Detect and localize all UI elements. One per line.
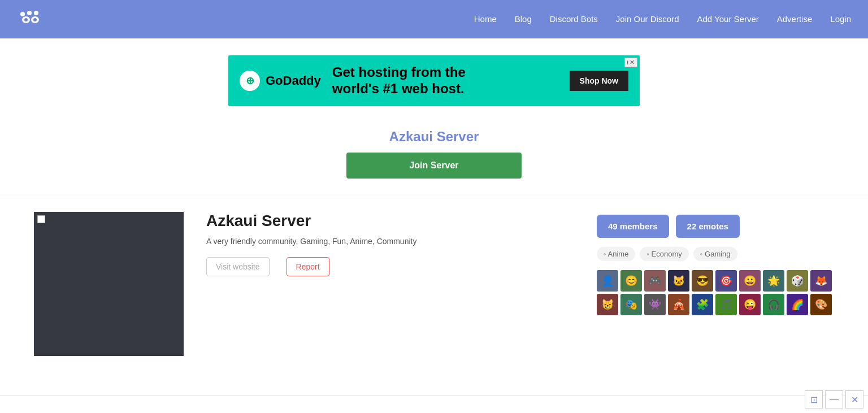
member-avatar-4: 🐱 [668,270,689,292]
member-avatar-8: 🌟 [763,270,784,292]
nav-item-discord-bots[interactable]: Discord Bots [550,14,598,24]
tags-container: AnimeEconomyGaming [597,247,834,261]
member-avatar-1: 👤 [597,270,618,292]
member-avatar-7: 😀 [739,270,761,292]
ad-headline-line1: Get hosting from the [332,64,466,80]
section-divider-top [0,198,868,198]
nav-item-home[interactable]: Home [474,14,497,24]
join-server-button[interactable]: Join Server [346,153,522,179]
svg-point-6 [33,18,37,21]
member-avatar-11: 😸 [597,294,618,315]
section-divider-bottom [0,395,868,396]
main-nav: HomeBlogDiscord BotsJoin Our DiscordAdd … [474,14,851,24]
member-avatars-container: 👤😊🎮🐱😎🎯😀🌟🎲🦊😸🎭👾🎪🧩🎵😜🎧🌈🎨 [597,270,834,315]
member-avatar-19: 🌈 [787,294,808,315]
member-avatar-18: 🎧 [763,294,784,315]
widget-expand-icon[interactable]: ⊡ [805,390,823,396]
svg-point-2 [20,12,25,16]
report-button[interactable]: Report [287,257,329,276]
svg-point-3 [27,11,32,15]
server-hero-title: Azkaui Server [0,129,868,145]
ad-headline-line2: world's #1 web host. [332,81,465,96]
member-avatar-3: 🎮 [644,270,666,292]
server-detail-section: Azkaui Server A very friendly community,… [0,212,868,379]
ad-banner: i✕ ⊕ GoDaddy Get hosting from the world'… [228,55,640,106]
member-avatar-5: 😎 [692,270,713,292]
member-avatar-14: 🎪 [668,294,689,315]
widget-minimize-icon[interactable]: — [825,390,843,396]
logo[interactable] [17,8,44,30]
nav-item-add-your-server[interactable]: Add Your Server [697,14,759,24]
server-description: A very friendly community, Gaming, Fun, … [206,237,574,246]
server-hero-section: Azkaui Server Join Server [0,118,868,184]
godaddy-icon: ⊕ [240,71,260,91]
server-info-panel: Azkaui Server A very friendly community,… [206,212,574,356]
member-avatar-12: 🎭 [620,294,642,315]
tag-gaming: Gaming [693,247,737,261]
ad-copy: Get hosting from the world's #1 web host… [332,64,570,97]
widget-close-icon[interactable]: ✕ [845,390,863,396]
server-image-box [34,212,184,356]
header: HomeBlogDiscord BotsJoin Our DiscordAdd … [0,0,868,38]
tag-economy: Economy [640,247,688,261]
ad-logo-area: ⊕ GoDaddy [240,71,321,91]
member-avatar-10: 🦊 [810,270,832,292]
member-avatar-17: 😜 [739,294,761,315]
svg-point-4 [34,11,38,15]
tag-anime: Anime [597,247,635,261]
member-avatar-15: 🧩 [692,294,713,315]
member-avatar-13: 👾 [644,294,666,315]
nav-item-login[interactable]: Login [830,14,851,24]
broken-image-indicator [37,215,45,223]
stats-badges: 49 members 22 emotes [597,215,834,238]
member-avatar-6: 🎯 [715,270,737,292]
ad-cta-button[interactable]: Shop Now [570,71,628,91]
member-avatar-16: 🎵 [715,294,737,315]
server-actions: Visit website Report [206,257,574,276]
godaddy-brand-text: GoDaddy [266,73,321,88]
member-avatar-2: 😊 [620,270,642,292]
members-badge: 49 members [597,215,669,238]
server-name-heading: Azkaui Server [206,212,574,230]
nav-item-blog[interactable]: Blog [515,14,532,24]
ad-close-button[interactable]: i✕ [624,58,637,67]
ad-section: i✕ ⊕ GoDaddy Get hosting from the world'… [0,38,868,118]
visit-website-button[interactable]: Visit website [206,257,270,276]
nav-item-advertise[interactable]: Advertise [777,14,813,24]
svg-point-5 [24,18,28,21]
emotes-badge: 22 emotes [676,215,740,238]
member-avatar-9: 🎲 [787,270,808,292]
member-avatar-20: 🎨 [810,294,832,315]
server-stats-panel: 49 members 22 emotes AnimeEconomyGaming … [597,212,834,356]
nav-item-join-our-discord[interactable]: Join Our Discord [616,14,679,24]
bottom-chat-widget: ⊡ — ✕ [800,386,868,396]
